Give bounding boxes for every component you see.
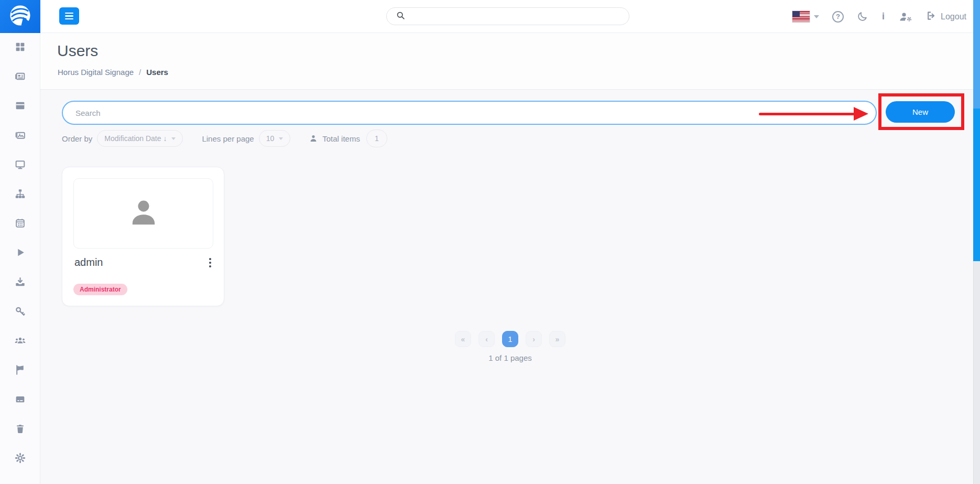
logout-icon — [926, 10, 937, 23]
chevron-down-icon — [814, 15, 819, 18]
panels-icon — [14, 100, 26, 114]
main-content: New Order by Modification Date ↓ Lines p… — [40, 90, 980, 484]
page-title: Users — [57, 42, 98, 60]
sidebar-item-users[interactable] — [0, 327, 40, 356]
sidebar-item-media[interactable] — [0, 121, 40, 150]
info-icon: i — [882, 11, 885, 21]
news-icon — [14, 70, 26, 84]
sidebar-item-settings[interactable] — [0, 444, 40, 474]
order-by-dropdown[interactable]: Modification Date ↓ — [97, 130, 183, 147]
calendar-icon — [14, 217, 26, 231]
tickers-icon — [14, 393, 26, 407]
logout-label: Logout — [941, 12, 966, 21]
person-icon — [309, 134, 318, 143]
users-icon — [14, 335, 26, 349]
player-icon — [14, 246, 26, 261]
pagination-first-button[interactable]: « — [455, 331, 471, 347]
sidebar-item-flags[interactable] — [0, 356, 40, 385]
total-items-label: Total items — [322, 134, 360, 143]
top-bar: ? i Logout — [0, 0, 980, 33]
info-button[interactable]: i — [881, 11, 886, 22]
list-controls: Order by Modification Date ↓ Lines per p… — [62, 130, 387, 147]
dashboard-icon — [14, 41, 26, 55]
falcon-logo-icon — [8, 3, 32, 30]
pagination-last-button[interactable]: » — [549, 331, 565, 347]
sidebar-item-trash[interactable] — [0, 415, 40, 444]
pagination-next-button[interactable]: › — [526, 331, 542, 347]
sidebar-item-calendar[interactable] — [0, 209, 40, 239]
total-items-count: 1 — [366, 130, 387, 147]
flags-icon — [14, 364, 26, 378]
media-icon — [14, 129, 26, 143]
kebab-icon — [209, 258, 211, 260]
question-mark-icon: ? — [836, 13, 840, 20]
dark-mode-button[interactable] — [857, 11, 868, 22]
breadcrumb-home-link[interactable]: Horus Digital Signage — [58, 68, 134, 77]
language-selector[interactable] — [792, 11, 819, 22]
downloads-icon — [14, 276, 26, 290]
breadcrumb-current: Users — [146, 68, 168, 77]
settings-icon — [14, 452, 26, 466]
sidebar-item-panels[interactable] — [0, 92, 40, 121]
user-avatar — [73, 178, 213, 249]
pagination-prev-button[interactable]: ‹ — [478, 331, 495, 347]
chevron-down-icon — [279, 137, 283, 140]
organization-icon — [14, 188, 26, 202]
hamburger-menu-button[interactable] — [59, 7, 79, 25]
scrollbar[interactable] — [973, 0, 980, 484]
sidebar-item-screens[interactable] — [0, 150, 40, 180]
moon-icon — [857, 11, 868, 22]
user-role-badge: Administrator — [73, 284, 127, 295]
user-gear-icon — [899, 11, 913, 23]
order-by-label: Order by — [62, 134, 92, 143]
users-search-input[interactable] — [62, 101, 877, 125]
hamburger-icon — [65, 13, 73, 14]
trash-icon — [14, 423, 26, 437]
pagination: « ‹ 1 › » — [40, 331, 980, 347]
help-button[interactable]: ? — [832, 11, 844, 23]
new-user-button[interactable]: New — [886, 101, 955, 123]
sidebar-item-player[interactable] — [0, 239, 40, 268]
sidebar-nav — [0, 33, 40, 484]
screens-icon — [14, 158, 26, 173]
person-avatar-icon — [127, 196, 160, 231]
page-header: Users Horus Digital Signage / Users — [40, 33, 980, 90]
pagination-summary: 1 of 1 pages — [40, 353, 980, 362]
user-name: admin — [74, 256, 103, 268]
sidebar-item-downloads[interactable] — [0, 268, 40, 297]
scrollbar-thumb[interactable] — [973, 0, 980, 109]
sidebar-item-organization[interactable] — [0, 180, 40, 209]
breadcrumb: Horus Digital Signage / Users — [58, 68, 168, 77]
global-search-box — [386, 7, 629, 25]
lines-per-page-label: Lines per page — [202, 134, 254, 143]
global-search-input[interactable] — [410, 12, 629, 21]
search-icon — [396, 11, 405, 22]
topbar-actions: ? i Logout — [792, 0, 966, 33]
sidebar-item-access-keys[interactable] — [0, 297, 40, 327]
us-flag-icon — [792, 11, 810, 22]
lines-per-page-dropdown[interactable]: 10 — [259, 130, 291, 147]
user-card-menu-button[interactable] — [206, 256, 214, 269]
chevron-down-icon — [171, 137, 176, 140]
user-settings-button[interactable] — [899, 11, 913, 23]
pagination-page-1-button[interactable]: 1 — [502, 331, 518, 347]
sidebar-item-news[interactable] — [0, 62, 40, 92]
app-logo[interactable] — [0, 0, 40, 33]
breadcrumb-separator: / — [139, 68, 141, 77]
sidebar-item-dashboard[interactable] — [0, 33, 40, 62]
sidebar-item-tickers[interactable] — [0, 385, 40, 415]
user-card-admin[interactable]: admin Administrator — [62, 167, 224, 306]
logout-button[interactable]: Logout — [926, 10, 966, 23]
access-keys-icon — [14, 305, 26, 319]
